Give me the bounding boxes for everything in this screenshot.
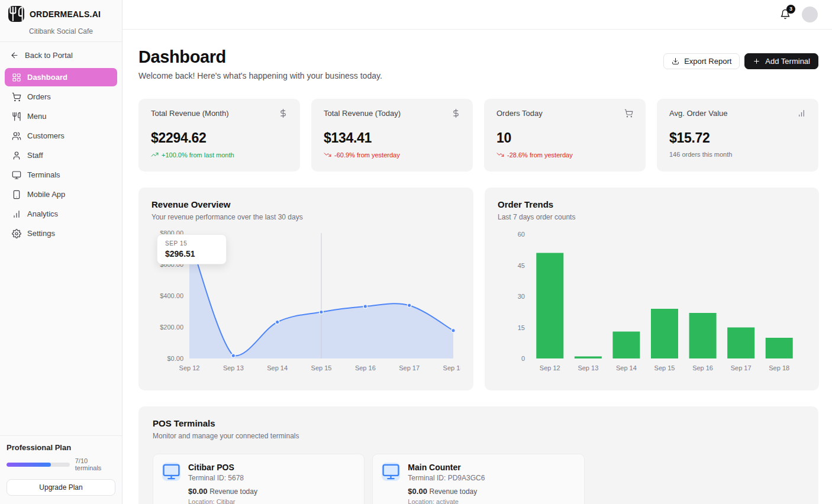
sidebar-item-analytics[interactable]: Analytics xyxy=(5,205,117,223)
chart-subtitle: Last 7 days order counts xyxy=(498,213,806,221)
sidebar-item-orders[interactable]: Orders xyxy=(5,88,117,106)
dashboard-grid-icon xyxy=(12,73,21,82)
svg-text:Sep 13: Sep 13 xyxy=(223,364,244,371)
stat-value: $2294.62 xyxy=(151,130,288,146)
sidebar-item-terminals[interactable]: Terminals xyxy=(5,166,117,184)
sidebar-item-menu[interactable]: Menu xyxy=(5,107,117,125)
brand-name: ORDERMEALS.AI xyxy=(30,9,101,19)
svg-text:Sep 12: Sep 12 xyxy=(540,364,560,371)
page-subtitle: Welcome back! Here's what's happening wi… xyxy=(138,71,382,80)
add-terminal-button[interactable]: Add Terminal xyxy=(744,53,818,69)
users-icon xyxy=(12,131,21,141)
order-trends-card: Order Trends Last 7 days order counts 01… xyxy=(485,188,819,390)
svg-text:$400.00: $400.00 xyxy=(160,292,183,299)
sidebar-item-customers[interactable]: Customers xyxy=(5,127,117,145)
dollar-icon xyxy=(279,109,288,118)
content: Dashboard Welcome back! Here's what's ha… xyxy=(122,30,832,504)
stat-value: 10 xyxy=(496,130,633,146)
store-name: Citibank Social Cafe xyxy=(8,27,114,35)
stat-card-orders-today: Orders Today 10 -28.6% from yesterday xyxy=(484,99,646,172)
svg-text:30: 30 xyxy=(518,293,525,300)
terminal-card-main-counter[interactable]: Main Counter Terminal ID: PD9A3GC6 $0.00… xyxy=(372,454,584,504)
svg-text:Sep 12: Sep 12 xyxy=(179,364,200,371)
svg-text:Sep 18: Sep 18 xyxy=(769,364,789,371)
avatar[interactable] xyxy=(802,7,818,22)
main-area: 3 Dashboard Welcome back! Here's what's … xyxy=(122,0,832,504)
svg-text:Sep 14: Sep 14 xyxy=(616,364,637,371)
pos-terminals-card: POS Terminals Monitor and manage your co… xyxy=(138,406,818,504)
plan-progress-bar xyxy=(7,463,70,467)
plan-name: Professional Plan xyxy=(7,443,115,452)
stat-value: $15.72 xyxy=(669,130,806,146)
tooltip-value: $296.51 xyxy=(165,249,218,259)
terminals-title: POS Terminals xyxy=(153,418,804,428)
stat-card-revenue-today: Total Revenue (Today) $134.41 -60.9% fro… xyxy=(311,99,473,172)
monitor-icon xyxy=(382,463,400,481)
back-to-portal-label: Back to Portal xyxy=(25,51,73,60)
sidebar-item-dashboard[interactable]: Dashboard xyxy=(5,68,117,86)
brand-logo-icon xyxy=(8,6,24,22)
stat-value: $134.41 xyxy=(324,130,460,146)
plan-progress-fill xyxy=(7,463,51,467)
svg-text:$0.00: $0.00 xyxy=(167,355,183,362)
svg-text:Sep 18: Sep 18 xyxy=(443,364,460,371)
stat-delta: -60.9% from yesterday xyxy=(324,151,460,159)
svg-text:Sep 17: Sep 17 xyxy=(399,364,420,371)
svg-text:Sep 13: Sep 13 xyxy=(578,364,598,371)
terminal-card-citibar[interactable]: Citibar POS Terminal ID: 5678 $0.00 Reve… xyxy=(153,454,365,504)
trending-down-icon xyxy=(324,151,331,159)
chart-tooltip: SEP 15 $296.51 xyxy=(157,234,227,264)
revenue-overview-card: Revenue Overview Your revenue performanc… xyxy=(138,188,473,390)
page-title: Dashboard xyxy=(138,47,382,67)
upgrade-plan-button[interactable]: Upgrade Plan xyxy=(7,479,115,496)
stats-row: Total Revenue (Month) $2294.62 +100.0% f… xyxy=(138,99,818,172)
svg-text:Sep 16: Sep 16 xyxy=(692,364,713,371)
sidebar-item-mobile-app[interactable]: Mobile App xyxy=(5,185,117,203)
svg-text:$200.00: $200.00 xyxy=(160,324,183,331)
cart-icon xyxy=(624,109,633,118)
sidebar: ORDERMEALS.AI Citibank Social Cafe Back … xyxy=(0,0,122,504)
bar-chart-icon xyxy=(12,209,21,219)
user-icon xyxy=(12,151,21,160)
app-root: ORDERMEALS.AI Citibank Social Cafe Back … xyxy=(0,0,832,504)
terminal-grid: Citibar POS Terminal ID: 5678 $0.00 Reve… xyxy=(153,454,804,504)
gear-icon xyxy=(12,229,21,238)
arrow-left-icon xyxy=(10,51,19,60)
tooltip-label: SEP 15 xyxy=(165,240,218,247)
svg-text:15: 15 xyxy=(518,324,525,331)
plan-box: Professional Plan 7/10 terminals Upgrade… xyxy=(0,435,122,504)
svg-text:60: 60 xyxy=(518,231,525,238)
charts-row: Revenue Overview Your revenue performanc… xyxy=(138,188,818,390)
dollar-icon xyxy=(452,109,460,118)
plan-usage: 7/10 terminals xyxy=(75,457,115,471)
svg-text:Sep 16: Sep 16 xyxy=(355,364,376,371)
stat-card-avg-order-value: Avg. Order Value $15.72 146 orders this … xyxy=(657,99,818,172)
download-icon xyxy=(672,57,679,65)
monitor-icon xyxy=(162,463,180,481)
sidebar-item-staff[interactable]: Staff xyxy=(5,146,117,164)
topbar: 3 xyxy=(122,0,832,30)
plus-icon xyxy=(753,57,760,65)
trending-up-icon xyxy=(151,151,159,159)
page-head: Dashboard Welcome back! Here's what's ha… xyxy=(138,47,818,80)
chart-title: Order Trends xyxy=(498,199,806,209)
brand-block: ORDERMEALS.AI Citibank Social Cafe xyxy=(0,0,122,42)
notifications-button[interactable]: 3 xyxy=(779,9,791,21)
sidebar-nav: Dashboard Orders Menu Customers Staff Te… xyxy=(0,67,122,244)
stat-delta: 146 orders this month xyxy=(669,151,806,158)
back-to-portal-link[interactable]: Back to Portal xyxy=(0,42,122,67)
order-trends-bar-chart: 015304560Sep 12Sep 13Sep 14Sep 15Sep 16S… xyxy=(498,230,806,381)
utensils-icon xyxy=(12,112,21,121)
smartphone-icon xyxy=(12,190,21,199)
bar-chart-icon xyxy=(797,109,806,118)
svg-text:Sep 17: Sep 17 xyxy=(731,364,752,371)
sidebar-item-settings[interactable]: Settings xyxy=(5,224,117,243)
stat-card-revenue-month: Total Revenue (Month) $2294.62 +100.0% f… xyxy=(138,99,300,172)
stat-delta: +100.0% from last month xyxy=(151,151,288,159)
terminals-subtitle: Monitor and manage your connected termin… xyxy=(153,432,804,440)
monitor-icon xyxy=(12,170,21,180)
svg-text:Sep 15: Sep 15 xyxy=(311,364,332,371)
export-report-button[interactable]: Export Report xyxy=(663,53,740,69)
svg-text:Sep 14: Sep 14 xyxy=(267,364,288,371)
svg-text:45: 45 xyxy=(518,262,525,269)
